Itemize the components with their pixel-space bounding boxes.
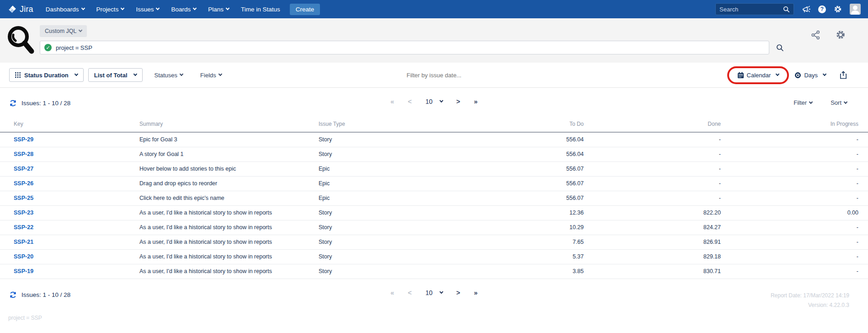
menu-issues[interactable]: Issues xyxy=(130,0,165,18)
sort-dropdown[interactable]: Sort xyxy=(831,99,847,106)
chevron-down-icon xyxy=(133,72,137,76)
page-size-dropdown[interactable]: 10 xyxy=(426,289,443,296)
pagination-top: « < 10 > » xyxy=(390,98,478,105)
chevron-down-icon xyxy=(75,72,78,76)
jql-search-icon[interactable] xyxy=(776,44,784,52)
help-icon[interactable]: ? xyxy=(818,5,826,13)
done-value: 829.18 xyxy=(584,249,721,264)
done-value: - xyxy=(584,132,721,147)
export-icon[interactable] xyxy=(840,71,847,79)
report-meta: Report Date: 17/Mar/2022 14:19 Version: … xyxy=(771,291,859,310)
megaphone-icon[interactable] xyxy=(802,5,810,13)
query-controls: Custom JQL ✓ project = SSP xyxy=(40,25,784,54)
report-date-label: Report Date: 17/Mar/2022 14:19 xyxy=(771,291,849,301)
issue-key-link[interactable]: SSP-28 xyxy=(14,151,33,157)
column-header-issue-type: Issue Type xyxy=(319,121,447,132)
done-value: 830.71 xyxy=(584,264,721,279)
table-row: SSP-28 A story for Goal 1 Story 556.04 -… xyxy=(0,147,868,161)
issue-key-link[interactable]: SSP-25 xyxy=(14,195,33,201)
issue-summary: As a user, I'd like a historical story t… xyxy=(139,205,319,220)
version-label: Version: 4.22.0.3 xyxy=(771,301,849,310)
issue-key-link[interactable]: SSP-20 xyxy=(14,253,33,260)
grid-icon xyxy=(15,72,21,78)
fields-dropdown[interactable]: Fields xyxy=(200,72,222,79)
quick-search-input[interactable] xyxy=(719,6,783,13)
menu-projects[interactable]: Projects xyxy=(91,0,130,18)
quick-search xyxy=(715,3,794,15)
menu-boards[interactable]: Boards xyxy=(165,0,202,18)
issue-type: Story xyxy=(319,264,447,279)
first-page-button[interactable]: « xyxy=(390,289,394,296)
in-progress-value: - xyxy=(721,161,868,176)
query-mode-dropdown[interactable]: Custom JQL xyxy=(40,25,87,37)
page-size-dropdown[interactable]: 10 xyxy=(426,98,443,105)
done-value: - xyxy=(584,191,721,205)
filter-dropdown[interactable]: Filter xyxy=(793,99,812,106)
time-unit-dropdown[interactable]: Days xyxy=(794,72,826,79)
jql-query-text: project = SSP xyxy=(56,44,92,51)
next-page-button[interactable]: > xyxy=(456,98,460,105)
todo-value: 5.37 xyxy=(447,249,584,264)
first-page-button[interactable]: « xyxy=(390,98,394,105)
next-page-button[interactable]: > xyxy=(456,289,460,296)
todo-value: 556.07 xyxy=(447,161,584,176)
table-row: SSP-22 As a user, I'd like a historical … xyxy=(0,220,868,235)
issue-summary: As a user, I'd like a historical story t… xyxy=(139,264,319,279)
chevron-down-icon xyxy=(439,290,443,293)
done-value: - xyxy=(584,176,721,191)
jira-logo[interactable]: Jira xyxy=(7,5,33,14)
refresh-icon[interactable] xyxy=(9,291,17,299)
issue-table-body: SSP-29 Epic for Goal 3 Story 556.04 - - … xyxy=(0,132,868,279)
create-button[interactable]: Create xyxy=(290,4,320,15)
table-row: SSP-20 As a user, I'd like a historical … xyxy=(0,249,868,264)
issue-type: Epic xyxy=(319,176,447,191)
table-row: SSP-29 Epic for Goal 3 Story 556.04 - - xyxy=(0,132,868,147)
issue-key-link[interactable]: SSP-26 xyxy=(14,180,33,187)
calendar-dropdown[interactable]: Calendar xyxy=(735,72,781,79)
issue-date-filter-input[interactable] xyxy=(379,72,489,79)
in-progress-value: - xyxy=(721,235,868,249)
report-type-dropdown[interactable]: Status Duration xyxy=(9,68,84,82)
pagination-bottom: « < 10 > » xyxy=(390,289,478,296)
gear-icon[interactable] xyxy=(834,5,842,13)
view-mode-dropdown[interactable]: List of Total xyxy=(88,68,143,82)
issue-type: Epic xyxy=(319,161,447,176)
issue-summary: A story for Goal 1 xyxy=(139,147,319,161)
prev-page-button[interactable]: < xyxy=(408,98,411,105)
menu-dashboards[interactable]: Dashboards xyxy=(40,0,91,18)
settings-gear-icon[interactable] xyxy=(836,30,846,40)
chevron-down-icon xyxy=(823,72,826,76)
issue-type: Story xyxy=(319,147,447,161)
issue-key-link[interactable]: SSP-27 xyxy=(14,166,33,172)
menu-time-in-status[interactable]: Time in Status xyxy=(235,0,286,18)
user-avatar[interactable] xyxy=(850,4,861,15)
issue-key-link[interactable]: SSP-21 xyxy=(14,239,33,245)
issue-key-link[interactable]: SSP-19 xyxy=(14,268,33,274)
todo-value: 556.07 xyxy=(447,176,584,191)
chevron-down-icon xyxy=(156,6,160,10)
menu-plans[interactable]: Plans xyxy=(202,0,235,18)
toolbar-right: Calendar Days xyxy=(735,71,859,79)
issue-type: Story xyxy=(319,205,447,220)
prev-page-button[interactable]: < xyxy=(408,289,411,296)
share-icon[interactable] xyxy=(811,30,820,40)
issue-key-link[interactable]: SSP-29 xyxy=(14,136,33,143)
last-page-button[interactable]: » xyxy=(474,98,478,105)
issue-key-link[interactable]: SSP-22 xyxy=(14,224,33,231)
refresh-icon[interactable] xyxy=(9,99,17,107)
list-controls: Filter Sort xyxy=(793,99,859,106)
report-toolbar: Status Duration List of Total Statuses F… xyxy=(0,63,868,88)
jql-input[interactable]: ✓ project = SSP xyxy=(40,41,769,54)
todo-value: 7.65 xyxy=(447,235,584,249)
todo-value: 556.07 xyxy=(447,191,584,205)
statuses-dropdown[interactable]: Statuses xyxy=(154,72,183,79)
issues-bar-top: Issues: 1 - 10 / 28 « < 10 > » Filter So… xyxy=(0,88,868,114)
in-progress-value: 0.00 xyxy=(721,205,868,220)
issue-type: Story xyxy=(319,235,447,249)
issue-summary: Click here to edit this epic's name xyxy=(139,191,319,205)
search-icon[interactable] xyxy=(783,6,790,13)
last-page-button[interactable]: » xyxy=(474,289,478,296)
issue-key-link[interactable]: SSP-23 xyxy=(14,209,33,216)
chevron-down-icon xyxy=(193,6,197,10)
issue-summary: Hover below to add stories to this epic xyxy=(139,161,319,176)
